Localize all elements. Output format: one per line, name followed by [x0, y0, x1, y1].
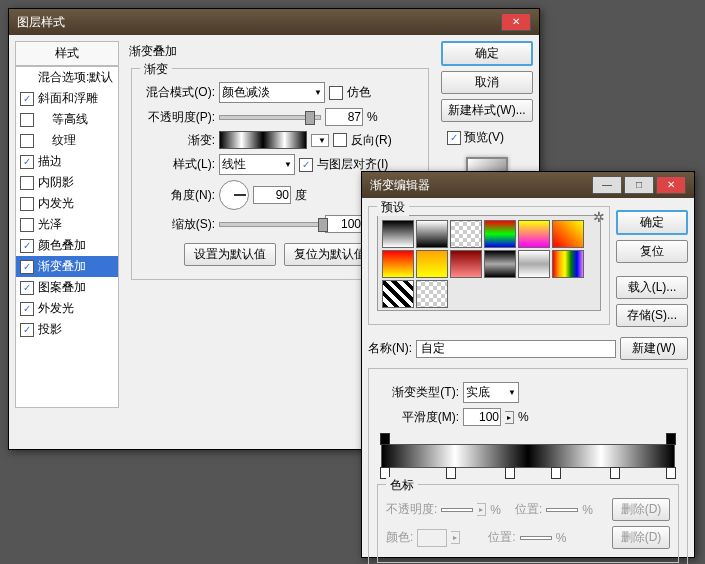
scale-slider[interactable]	[219, 222, 321, 227]
style-checkbox[interactable]	[20, 176, 34, 190]
stop-position-label: 位置:	[488, 529, 515, 546]
preset-swatches[interactable]	[377, 215, 601, 311]
titlebar[interactable]: 图层样式 ✕	[9, 9, 539, 35]
preset-swatch[interactable]	[382, 220, 414, 248]
titlebar[interactable]: 渐变编辑器 — □ ✕	[362, 172, 694, 198]
style-checkbox[interactable]	[20, 113, 34, 127]
style-label: 斜面和浮雕	[38, 90, 98, 107]
style-checkbox[interactable]: ✓	[20, 323, 34, 337]
set-default-button[interactable]: 设置为默认值	[184, 243, 276, 266]
style-label: 描边	[38, 153, 62, 170]
gradient-editor-dialog: 渐变编辑器 — □ ✕ 预设 ✲ 确定 复位 载入(L)... 存储(S)...…	[361, 171, 695, 558]
color-stops-label: 色标	[386, 477, 418, 494]
smoothness-value[interactable]: 100	[463, 408, 501, 426]
preset-swatch[interactable]	[518, 250, 550, 278]
color-stop[interactable]	[551, 467, 561, 479]
blend-mode-label: 混合模式(O):	[140, 84, 215, 101]
style-checkbox[interactable]: ✓	[20, 92, 34, 106]
color-stop[interactable]	[666, 467, 676, 479]
style-combo[interactable]: 线性▼	[219, 154, 295, 175]
color-stop[interactable]	[505, 467, 515, 479]
ok-button[interactable]: 确定	[441, 41, 533, 66]
preset-swatch[interactable]	[450, 220, 482, 248]
style-item[interactable]: ✓图案叠加	[16, 277, 118, 298]
preset-swatch[interactable]	[484, 220, 516, 248]
minimize-icon[interactable]: —	[592, 176, 622, 194]
preset-swatch[interactable]	[552, 250, 584, 278]
ok-button[interactable]: 确定	[616, 210, 688, 235]
color-stop[interactable]	[610, 467, 620, 479]
preset-swatch[interactable]	[382, 280, 414, 308]
stop-opacity-label: 不透明度:	[386, 501, 437, 518]
style-label: 投影	[38, 321, 62, 338]
angle-label: 角度(N):	[140, 187, 215, 204]
preset-swatch[interactable]	[518, 220, 550, 248]
blend-mode-combo[interactable]: 颜色减淡▼	[219, 82, 325, 103]
smoothness-label: 平滑度(M):	[377, 409, 459, 426]
style-item[interactable]: 内发光	[16, 193, 118, 214]
preview-checkbox[interactable]: ✓	[447, 131, 461, 145]
close-icon[interactable]: ✕	[656, 176, 686, 194]
style-checkbox[interactable]: ✓	[20, 260, 34, 274]
color-stop[interactable]	[446, 467, 456, 479]
style-item[interactable]: 等高线	[16, 109, 118, 130]
style-item[interactable]: 内阴影	[16, 172, 118, 193]
style-label: 光泽	[38, 216, 62, 233]
style-checkbox[interactable]: ✓	[20, 239, 34, 253]
preset-swatch[interactable]	[552, 220, 584, 248]
gradient-dropdown[interactable]: ▼	[311, 134, 329, 147]
opacity-slider[interactable]	[219, 115, 321, 120]
style-item[interactable]: ✓描边	[16, 151, 118, 172]
opacity-value[interactable]: 87	[325, 108, 363, 126]
style-label: 图案叠加	[38, 279, 86, 296]
style-item[interactable]: ✓颜色叠加	[16, 235, 118, 256]
delete-opacity-stop-button: 删除(D)	[612, 498, 670, 521]
opacity-stop[interactable]	[380, 433, 390, 445]
style-checkbox[interactable]: ✓	[20, 281, 34, 295]
reset-button[interactable]: 复位	[616, 240, 688, 263]
preset-swatch[interactable]	[484, 250, 516, 278]
cancel-button[interactable]: 取消	[441, 71, 533, 94]
style-checkbox[interactable]: ✓	[20, 155, 34, 169]
reverse-checkbox[interactable]	[333, 133, 347, 147]
styles-list: 混合选项:默认 ✓斜面和浮雕等高线纹理✓描边内阴影内发光光泽✓颜色叠加✓渐变叠加…	[15, 66, 119, 408]
preset-swatch[interactable]	[382, 250, 414, 278]
style-item[interactable]: ✓斜面和浮雕	[16, 88, 118, 109]
style-label: 样式(L):	[140, 156, 215, 173]
name-input[interactable]	[416, 340, 616, 358]
save-button[interactable]: 存储(S)...	[616, 304, 688, 327]
preset-swatch[interactable]	[416, 250, 448, 278]
angle-value[interactable]: 90	[253, 186, 291, 204]
style-checkbox[interactable]	[20, 218, 34, 232]
gradient-picker[interactable]	[219, 131, 307, 149]
style-checkbox[interactable]: ✓	[20, 302, 34, 316]
gradient-bar[interactable]	[381, 444, 675, 468]
dither-checkbox[interactable]	[329, 86, 343, 100]
style-item[interactable]: ✓投影	[16, 319, 118, 340]
style-item[interactable]: 纹理	[16, 130, 118, 151]
new-style-button[interactable]: 新建样式(W)...	[441, 99, 533, 122]
style-item[interactable]: ✓外发光	[16, 298, 118, 319]
new-button[interactable]: 新建(W)	[620, 337, 688, 360]
blend-options-row[interactable]: 混合选项:默认	[16, 67, 118, 88]
angle-dial[interactable]	[219, 180, 249, 210]
style-item[interactable]: 光泽	[16, 214, 118, 235]
delete-color-stop-button: 删除(D)	[612, 526, 670, 549]
gradient-type-combo[interactable]: 实底▼	[463, 382, 519, 403]
style-checkbox[interactable]	[20, 134, 34, 148]
close-icon[interactable]: ✕	[501, 13, 531, 31]
chevron-down-icon[interactable]: ▸	[505, 411, 514, 424]
opacity-stop[interactable]	[666, 433, 676, 445]
load-button[interactable]: 载入(L)...	[616, 276, 688, 299]
style-checkbox[interactable]	[20, 197, 34, 211]
preset-swatch[interactable]	[416, 280, 448, 308]
gear-icon[interactable]: ✲	[593, 209, 605, 225]
gradient-type-label: 渐变类型(T):	[377, 384, 459, 401]
align-checkbox[interactable]: ✓	[299, 158, 313, 172]
stop-color-label: 颜色:	[386, 529, 413, 546]
scale-value[interactable]: 100	[325, 215, 363, 233]
maximize-icon[interactable]: □	[624, 176, 654, 194]
preset-swatch[interactable]	[450, 250, 482, 278]
style-item[interactable]: ✓渐变叠加	[16, 256, 118, 277]
preset-swatch[interactable]	[416, 220, 448, 248]
